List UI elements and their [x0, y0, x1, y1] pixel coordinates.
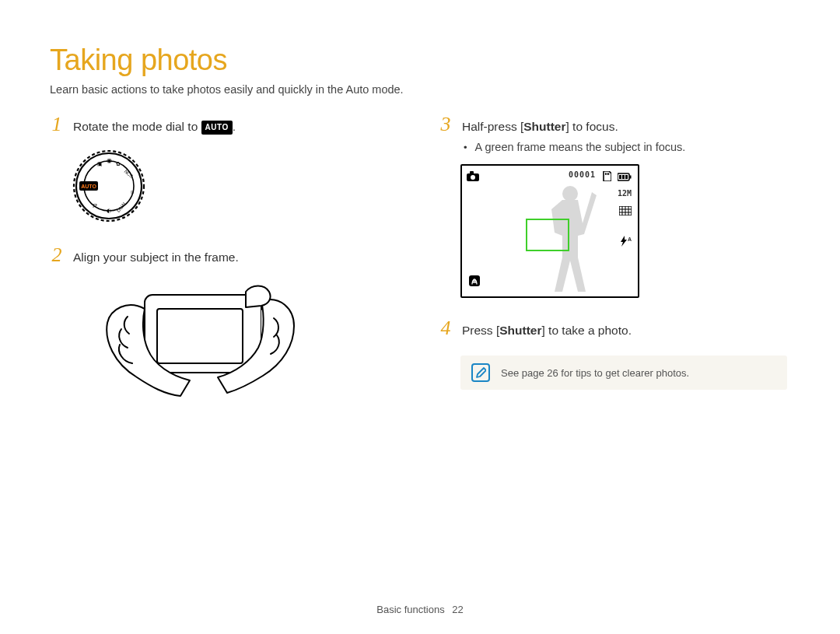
- svg-text:◉: ◉: [107, 157, 112, 164]
- page-footer: Basic functions 22: [0, 604, 840, 615]
- mode-dial-illustration: AUTO ◉ ▣ ✿ NCS ☺ DUAL ◐ P: [72, 149, 401, 226]
- step-text-part: .: [233, 120, 236, 133]
- step-number: 2: [50, 243, 64, 267]
- note-icon: [471, 363, 490, 382]
- svg-rect-22: [630, 176, 632, 179]
- step-text: Align your subject in the frame.: [73, 248, 239, 267]
- flash-mode-label: A: [628, 236, 632, 242]
- step-4: 4 Press [Shutter] to take a photo.: [439, 317, 790, 340]
- svg-text:☺: ☺: [129, 189, 135, 194]
- step-3-bullet: • A green frame means the subject in foc…: [464, 141, 790, 153]
- step-text: Half-press [Shutter] to focus.: [462, 117, 618, 136]
- step-text: Rotate the mode dial to AUTO.: [73, 117, 236, 136]
- svg-text:P: P: [93, 202, 97, 209]
- left-column: 1 Rotate the mode dial to AUTO.: [50, 113, 401, 413]
- shutter-label: Shutter: [499, 324, 541, 337]
- svg-text:AUTO: AUTO: [81, 184, 96, 189]
- step-number: 1: [50, 113, 64, 136]
- bullet-icon: •: [464, 142, 467, 153]
- resolution-text: 12M: [618, 189, 632, 198]
- svg-rect-25: [625, 175, 628, 179]
- auto-mode-badge: AUTO: [201, 121, 233, 135]
- step-number: 3: [439, 113, 453, 136]
- lcd-screen: 00001 12M A: [460, 164, 639, 298]
- mode-dial-icon: AUTO ◉ ▣ ✿ NCS ☺ DUAL ◐ P: [72, 149, 146, 223]
- step-1: 1 Rotate the mode dial to AUTO.: [50, 113, 401, 136]
- svg-rect-18: [605, 173, 606, 175]
- step-3: 3 Half-press [Shutter] to focus.: [439, 113, 790, 136]
- svg-rect-20: [608, 173, 609, 175]
- tip-text: See page 26 for tips to get clearer phot…: [501, 367, 689, 379]
- footer-page-number: 22: [452, 604, 463, 615]
- svg-text:▣: ▣: [97, 161, 103, 166]
- intro-text: Learn basic actions to take photos easil…: [50, 83, 790, 96]
- focus-frame: [526, 219, 569, 251]
- flash-auto-icon: A: [620, 236, 632, 247]
- image-stabilization-icon: [468, 275, 481, 290]
- step-text-part: ] to focus.: [566, 120, 618, 133]
- svg-rect-23: [619, 175, 621, 179]
- camera-mode-icon: [467, 170, 479, 184]
- svg-point-17: [471, 175, 475, 180]
- svg-point-33: [562, 186, 578, 201]
- memory-card-icon: [602, 170, 611, 184]
- svg-rect-24: [622, 175, 625, 179]
- tip-callout: See page 26 for tips to get clearer phot…: [460, 356, 787, 390]
- svg-rect-16: [470, 171, 474, 174]
- bullet-text: A green frame means the subject in focus…: [475, 141, 686, 153]
- svg-text:✿: ✿: [116, 161, 121, 166]
- right-column: 3 Half-press [Shutter] to focus. • A gre…: [439, 113, 790, 413]
- step-text-part: Press [: [462, 324, 499, 337]
- step-text-part: ] to take a photo.: [541, 324, 631, 337]
- quality-icon: [619, 205, 632, 219]
- hands-holding-camera-illustration: [96, 278, 401, 413]
- step-text-part: Half-press [: [462, 120, 523, 133]
- svg-rect-19: [607, 173, 607, 175]
- svg-text:◐: ◐: [107, 208, 111, 213]
- manual-page: Taking photos Learn basic actions to tak…: [0, 0, 840, 634]
- content-columns: 1 Rotate the mode dial to AUTO.: [50, 113, 790, 413]
- footer-section: Basic functions: [376, 604, 444, 615]
- step-number: 4: [439, 317, 453, 340]
- svg-rect-14: [157, 309, 243, 363]
- shot-counter: 00001: [569, 170, 596, 179]
- battery-icon: [618, 170, 632, 184]
- shutter-label: Shutter: [523, 120, 565, 133]
- page-title: Taking photos: [50, 44, 790, 77]
- step-text: Press [Shutter] to take a photo.: [462, 321, 632, 340]
- step-2: 2 Align your subject in the frame.: [50, 243, 401, 267]
- step-text-part: Rotate the mode dial to: [73, 120, 201, 133]
- camera-hands-icon: [96, 278, 299, 410]
- resolution-indicator: 12M: [618, 189, 632, 198]
- lcd-preview-illustration: 00001 12M A: [460, 164, 790, 298]
